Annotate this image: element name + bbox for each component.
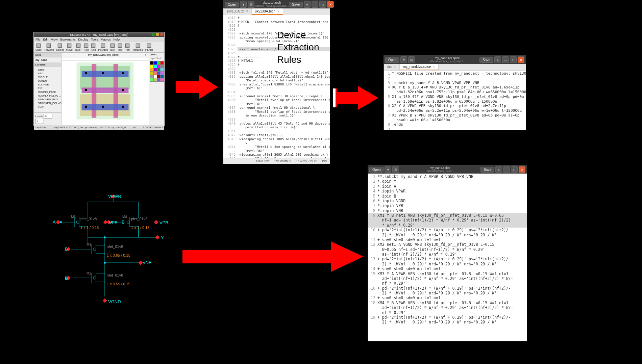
tool-path[interactable]: Path <box>125 43 130 51</box>
maximize-icon[interactable]: □ <box>319 1 326 8</box>
sp2-header[interactable]: Open ▾ ⊞ my_nand.spice ~/Desktop/habr_na… <box>368 165 527 174</box>
minimize-icon[interactable]: — <box>312 1 318 8</box>
code-line: "Metal1 spacing < %d (met1.2)" <box>223 78 330 82</box>
lvs-code[interactable]: 1* NGSPICE file created from my_nand.ext… <box>384 71 526 130</box>
color-swatch[interactable] <box>160 78 164 82</box>
status-tab[interactable]: Tab Width: 8 <box>274 159 291 163</box>
menu-tools[interactable]: Tools <box>91 38 98 41</box>
minimize-icon[interactable]: — <box>502 56 509 63</box>
menu-icon[interactable]: ≡ <box>304 1 311 8</box>
tab-my_nand-lvs-spice[interactable]: my_nand.lvs.spice× <box>400 64 439 70</box>
lib-item[interactable]: ROUND_PATH <box>38 90 60 94</box>
lib-item[interactable]: ROUND_POLYG… <box>38 94 60 98</box>
open-button[interactable]: Open <box>385 57 399 63</box>
code-line: * W/nf * 0.29' <box>368 223 527 228</box>
new-tab-icon[interactable]: ⊞ <box>248 1 254 8</box>
code-line: 5*.ipin B <box>368 194 527 199</box>
crumb-close-icon[interactable]: ● <box>145 53 147 56</box>
new-tab-icon[interactable]: ⊞ <box>392 166 399 173</box>
tab-close-icon[interactable]: × <box>277 9 279 13</box>
klayout-titlebar[interactable]: KLayout 0.27.4 - my_nand.GDS [my_nand] <box>34 32 164 37</box>
lvs-header[interactable]: Open ▾ ⊞ my_nand.lvs.spice ~/Desktop/hab… <box>384 56 526 64</box>
tab-sky130A-tcl[interactable]: sky130A.tcl× <box>223 8 252 15</box>
tool-move[interactable]: Move <box>66 43 73 51</box>
status-box: box(0.975,1770,1345) on cpc drawing - 65… <box>53 126 126 129</box>
code-line: 2) * (W/nf + 0.29)' nrd='0.29 / W' nrs='… <box>368 233 527 237</box>
tool-ruler[interactable]: Ruler <box>75 43 81 51</box>
open-button[interactable]: Open <box>225 2 239 7</box>
svg-point-56 <box>93 248 96 251</box>
levels-label: Levels <box>35 115 43 118</box>
lib-item[interactable]: PIE <box>38 86 60 90</box>
save-button[interactable]: Save <box>479 57 493 63</box>
tool-instance[interactable]: Instance <box>133 43 143 51</box>
crumb-text[interactable]: my_nand.GDS [my_nand] <box>88 53 119 56</box>
svg-marker-80 <box>333 86 378 110</box>
lib-item[interactable]: Basic <box>38 68 60 72</box>
tool-select[interactable]: Select <box>56 43 64 51</box>
cells-panel-title: Cells <box>34 53 61 57</box>
blackbox-1 <box>250 170 297 180</box>
code-line: 9 <box>384 127 526 130</box>
menu-bookmarks[interactable]: Bookmarks <box>60 38 75 41</box>
maximize-icon[interactable]: □ <box>511 166 518 173</box>
code-line: 4320#-----------------------------------… <box>223 24 330 28</box>
open-dropdown-icon[interactable]: ▾ <box>385 166 391 173</box>
minimize-icon[interactable]: — <box>503 166 510 173</box>
close-icon[interactable]: ✕ <box>327 1 334 8</box>
tool-back[interactable]: Back <box>35 43 42 51</box>
schematic-viewer[interactable]: VPWR A B VPB VPB Y A B A VNB VGND M3 M4 … <box>20 192 182 320</box>
menu-macros[interactable]: Macros <box>101 38 111 41</box>
tool-add[interactable]: Add <box>91 43 96 51</box>
maximize-icon[interactable]: □ <box>510 56 517 63</box>
tab-close-icon[interactable]: × <box>394 65 396 69</box>
lib-item[interactable]: DONUT <box>38 79 60 83</box>
svg-rect-23 <box>102 72 104 74</box>
tab-sky130A-tech[interactable]: sky130A.tech× <box>252 8 283 15</box>
menu-icon[interactable]: ≡ <box>494 56 501 63</box>
gedit-tabs: sky130A.tcl×sky130A.tech× <box>223 8 330 15</box>
close-button[interactable] <box>160 33 164 36</box>
menu-help[interactable]: Help <box>113 38 120 41</box>
klayout-canvas[interactable] <box>61 57 149 125</box>
menu-file[interactable]: File <box>35 38 41 41</box>
open-dropdown-icon[interactable]: ▾ <box>240 1 247 8</box>
maximize-button[interactable] <box>156 33 159 36</box>
tab-close-icon[interactable]: × <box>433 65 435 69</box>
menu-display[interactable]: Display <box>78 38 88 41</box>
menu-icon[interactable]: ≡ <box>495 166 502 173</box>
lib-item[interactable]: CIRCLE <box>38 75 60 79</box>
menu-view[interactable]: View <box>51 38 57 41</box>
tool-partial[interactable]: Partial <box>145 43 153 51</box>
tab-drc[interactable]: drc× <box>384 64 400 70</box>
save-button[interactable]: Save <box>480 167 494 173</box>
levels-from-input[interactable] <box>44 114 52 119</box>
tool-forward[interactable]: Forward <box>44 43 54 51</box>
tool-text[interactable]: Text <box>117 43 122 51</box>
code-line: 4334 <box>223 90 330 94</box>
gedit-header[interactable]: Open ▾ ⊞ sky130A.tech /opt/pdk_root/sky1… <box>223 0 330 8</box>
lib-item[interactable]: TEXT <box>38 105 60 109</box>
close-icon[interactable]: ✕ <box>518 56 524 63</box>
status-mode[interactable]: Plain Text <box>256 159 270 163</box>
tool-box[interactable]: Box <box>110 43 115 51</box>
tool-polygon[interactable]: Polygon <box>98 43 108 51</box>
open-dropdown-icon[interactable]: ▾ <box>400 56 407 63</box>
code-line: 14+ sa=0 sb=0 sd=0 mult=1 m=1 <box>368 266 527 271</box>
levels-to-input[interactable] <box>35 119 44 124</box>
save-button[interactable]: Save <box>289 2 303 7</box>
tab-close-icon[interactable]: × <box>246 9 248 13</box>
lib-item[interactable]: STROKED_POLYG… <box>38 101 60 105</box>
close-icon[interactable]: ✕ <box>519 166 525 173</box>
lib-item[interactable]: ARC <box>38 72 60 75</box>
inst-m4: M4 <box>122 215 127 219</box>
open-button[interactable]: Open <box>369 167 384 173</box>
new-tab-icon[interactable]: ⊞ <box>408 56 415 63</box>
lib-item[interactable]: ELLIPSE <box>38 83 60 86</box>
current-cell-name[interactable]: my_nand <box>34 57 61 62</box>
minimize-button[interactable] <box>151 33 155 36</box>
sp2-code[interactable]: 1**.subckt my_nand Y A VPWR B VGND VPB V… <box>368 174 527 341</box>
tool-add[interactable]: Add <box>84 43 89 51</box>
lib-item[interactable]: STROKED_BOX <box>38 98 60 101</box>
menu-edit[interactable]: Edit <box>43 38 49 41</box>
